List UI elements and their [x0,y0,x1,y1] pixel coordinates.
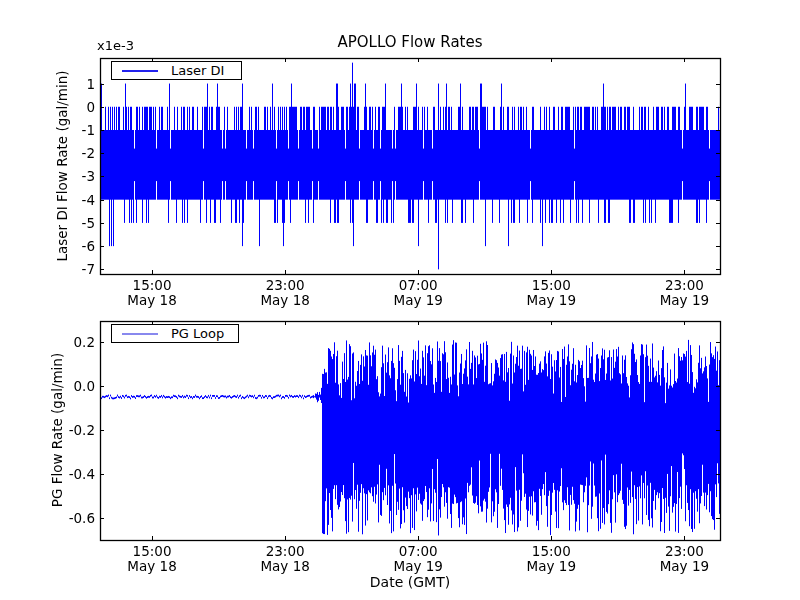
legend-label-laser-di: Laser DI [171,64,224,77]
xtick-time: 15:00 [107,278,197,293]
xtick-time: 15:00 [107,544,197,559]
xtick-time: 15:00 [506,278,596,293]
xtick-date: May 19 [506,559,596,574]
ytick-label: -6 [35,237,95,255]
y-offset-multiplier-label: x1e-3 [97,38,134,53]
ytick-label: -3 [35,167,95,185]
xtick-date: May 19 [639,293,729,308]
legend-line-sample-laser-di [122,70,158,72]
ytick-label: -7 [35,260,95,278]
xtick-label: 15:00May 18 [107,278,197,307]
xtick-label: 15:00May 18 [107,544,197,573]
ytick-label: 1 [35,75,95,93]
ytick-label: -0.4 [35,465,95,483]
legend-laser-di: Laser DI [111,61,242,80]
xtick-time: 23:00 [639,544,729,559]
xtick-time: 07:00 [373,544,463,559]
ytick-label: 0.0 [35,377,95,395]
xtick-time: 07:00 [373,278,463,293]
xtick-time: 23:00 [639,278,729,293]
xtick-date: May 19 [373,559,463,574]
xtick-label: 15:00May 19 [506,544,596,573]
ytick-label: 0 [35,98,95,116]
xtick-time: 23:00 [240,544,330,559]
ytick-label: -4 [35,191,95,209]
xtick-time: 15:00 [506,544,596,559]
xtick-label: 15:00May 19 [506,278,596,307]
ytick-label: -0.2 [35,421,95,439]
ytick-label: 0.2 [35,333,95,351]
xtick-label: 23:00May 19 [639,278,729,307]
xtick-date: May 18 [107,559,197,574]
figure-title: APOLLO Flow Rates [110,33,710,51]
xtick-label: 23:00May 18 [240,544,330,573]
xtick-label: 23:00May 18 [240,278,330,307]
legend-label-pg-loop: PG Loop [171,327,224,340]
legend-pg-loop: PG Loop [111,324,239,343]
xtick-label: 07:00May 19 [373,278,463,307]
xtick-date: May 19 [639,559,729,574]
xtick-label: 23:00May 19 [639,544,729,573]
apollo-flow-rates-figure: APOLLO Flow Rates x1e-3 Laser DI Flow Ra… [0,0,800,600]
legend-line-sample-pg-loop [122,333,158,335]
xtick-date: May 18 [240,559,330,574]
ytick-label: -1 [35,121,95,139]
xtick-label: 07:00May 19 [373,544,463,573]
ytick-label: -5 [35,214,95,232]
x-axis-label: Date (GMT) [110,574,710,590]
ytick-label: -2 [35,144,95,162]
ytick-label: -0.6 [35,509,95,527]
xtick-date: May 19 [373,293,463,308]
xtick-date: May 18 [107,293,197,308]
xtick-date: May 19 [506,293,596,308]
xtick-time: 23:00 [240,278,330,293]
xtick-date: May 18 [240,293,330,308]
